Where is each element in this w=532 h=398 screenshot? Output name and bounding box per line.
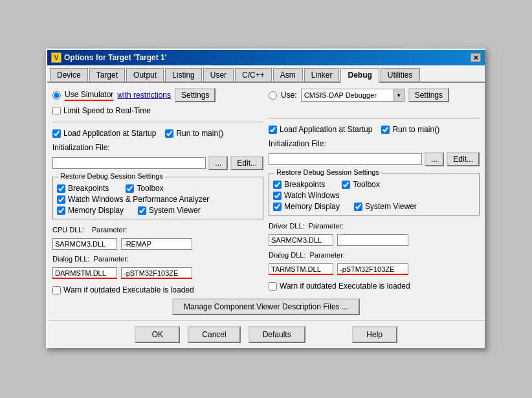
left-dialog-param-input[interactable] bbox=[121, 267, 192, 279]
right-memory-display-label: Memory Display bbox=[284, 202, 340, 211]
close-button[interactable]: ✕ bbox=[471, 53, 481, 62]
right-restore-group-title: Restore Debug Session Settings bbox=[274, 168, 381, 176]
right-dialog-param-label: Parameter: bbox=[309, 251, 345, 259]
left-edit-button[interactable]: Edit... bbox=[230, 156, 263, 170]
left-dialog-dll-input[interactable] bbox=[52, 267, 117, 279]
right-memory-system-row: Memory Display System Viewer bbox=[273, 202, 475, 211]
title-bar-left: V Options for Target 'Target 1' bbox=[51, 52, 167, 63]
right-init-file-label: Initialization File: bbox=[269, 139, 326, 148]
left-cpu-dll-label: CPU DLL: bbox=[52, 226, 88, 234]
right-column: Use: CMSIS-DAP Debugger ▼ Settings Load … bbox=[269, 88, 480, 294]
debugger-combobox[interactable]: CMSIS-DAP Debugger ▼ bbox=[301, 89, 405, 102]
tab-asm[interactable]: Asm bbox=[273, 68, 303, 82]
tab-cpp[interactable]: C/C++ bbox=[235, 68, 272, 82]
left-system-viewer-checkbox[interactable] bbox=[138, 206, 146, 215]
left-warn-row: Warn if outdated Executable is loaded bbox=[52, 285, 263, 294]
with-restrictions-link[interactable]: with restrictions bbox=[117, 91, 171, 100]
right-dialog-dll-label-row: Dialog DLL: Parameter: bbox=[269, 251, 480, 259]
left-breakpoints-label: Breakpoints bbox=[68, 184, 109, 193]
right-watch-windows-row: Watch Windows bbox=[273, 191, 475, 200]
tab-target[interactable]: Target bbox=[89, 68, 125, 82]
tab-utilities[interactable]: Utilities bbox=[381, 68, 420, 82]
debugger-dropdown-arrow[interactable]: ▼ bbox=[393, 89, 404, 101]
right-run-to-main-row: Run to main() bbox=[381, 125, 439, 134]
manage-component-button[interactable]: Manage Component Viewer Description File… bbox=[172, 298, 360, 315]
left-init-file-row: ... Edit... bbox=[52, 156, 263, 170]
right-breakpoints-toolbox-row: Breakpoints Toolbox bbox=[273, 180, 475, 189]
right-restore-inner: Breakpoints Toolbox Watch Windows bbox=[273, 180, 475, 211]
left-run-to-main-checkbox[interactable] bbox=[165, 129, 173, 138]
dialog-icon: V bbox=[51, 52, 61, 63]
right-dialog-dll-values-row bbox=[269, 263, 480, 275]
left-memory-display-checkbox[interactable] bbox=[57, 206, 65, 215]
right-load-app-checkbox[interactable] bbox=[269, 126, 277, 134]
ok-button[interactable]: OK bbox=[135, 326, 180, 343]
right-driver-param-input[interactable] bbox=[337, 234, 408, 246]
right-init-file-input[interactable] bbox=[269, 153, 422, 165]
left-toolbox-checkbox[interactable] bbox=[126, 184, 134, 193]
right-watch-windows-label: Watch Windows bbox=[284, 191, 340, 200]
left-cpu-dll-input[interactable] bbox=[52, 238, 117, 250]
left-watch-windows-checkbox[interactable] bbox=[57, 195, 65, 204]
left-dialog-param-label: Parameter: bbox=[93, 255, 129, 263]
right-system-viewer-checkbox[interactable] bbox=[354, 203, 362, 211]
tab-listing[interactable]: Listing bbox=[165, 68, 202, 82]
tabs-bar: Device Target Output Listing User C/C++ … bbox=[47, 65, 485, 83]
right-toolbox-label: Toolbox bbox=[353, 180, 379, 189]
limit-speed-label: Limit Speed to Real-Time bbox=[63, 106, 151, 115]
right-watch-windows-checkbox[interactable] bbox=[273, 192, 282, 200]
right-load-app-checkbox-row: Load Application at Startup bbox=[269, 125, 372, 134]
left-dialog-dll-label-row: Dialog DLL: Parameter: bbox=[52, 255, 263, 263]
left-browse-button[interactable]: ... bbox=[208, 156, 228, 170]
right-load-app-row: Load Application at Startup Run to main(… bbox=[269, 125, 480, 134]
right-browse-button[interactable]: ... bbox=[425, 152, 444, 166]
tab-device[interactable]: Device bbox=[50, 68, 88, 82]
left-warn-label: Warn if outdated Executable is loaded bbox=[63, 285, 194, 294]
right-breakpoints-checkbox[interactable] bbox=[273, 181, 282, 189]
right-edit-button[interactable]: Edit... bbox=[447, 152, 480, 166]
left-watch-windows-row: Watch Windows & Performance Analyzer bbox=[57, 195, 259, 204]
defaults-button[interactable]: Defaults bbox=[249, 326, 305, 343]
use-debugger-radio[interactable] bbox=[269, 91, 277, 100]
left-load-app-checkbox[interactable] bbox=[52, 129, 61, 138]
help-button[interactable]: Help bbox=[352, 326, 397, 343]
left-init-file-label-row: Initialization File: bbox=[52, 143, 263, 152]
left-dialog-dll-label: Dialog DLL: bbox=[52, 255, 89, 263]
right-run-to-main-checkbox[interactable] bbox=[381, 126, 390, 134]
title-bar: V Options for Target 'Target 1' ✕ bbox=[47, 50, 485, 65]
left-breakpoints-checkbox[interactable] bbox=[57, 184, 65, 193]
left-cpu-dll-row: CPU DLL: Parameter: bbox=[52, 226, 263, 234]
right-init-file-row: ... Edit... bbox=[269, 152, 480, 166]
left-run-to-main-row: Run to main() bbox=[165, 129, 223, 138]
left-warn-checkbox[interactable] bbox=[52, 286, 61, 294]
left-memory-system-row: Memory Display System Viewer bbox=[57, 206, 259, 215]
tab-user[interactable]: User bbox=[203, 68, 234, 82]
bottom-buttons: OK Cancel Defaults Help bbox=[47, 320, 485, 348]
right-toolbox-row: Toolbox bbox=[342, 180, 379, 189]
left-settings-button[interactable]: Settings bbox=[175, 88, 216, 102]
left-cpu-param-input[interactable] bbox=[121, 238, 192, 250]
cancel-button[interactable]: Cancel bbox=[188, 326, 240, 343]
right-toolbox-checkbox[interactable] bbox=[342, 181, 350, 189]
use-simulator-radio[interactable] bbox=[52, 91, 61, 100]
debugger-value: CMSIS-DAP Debugger bbox=[302, 90, 393, 100]
main-content: Use Simulator with restrictions Settings… bbox=[47, 83, 485, 320]
left-load-app-checkbox-row: Load Application at Startup bbox=[52, 129, 156, 138]
right-memory-display-row: Memory Display bbox=[273, 202, 340, 211]
left-toolbox-label: Toolbox bbox=[137, 184, 163, 193]
tab-linker[interactable]: Linker bbox=[304, 68, 340, 82]
right-warn-checkbox[interactable] bbox=[269, 282, 277, 291]
left-system-viewer-label: System Viewer bbox=[149, 206, 201, 215]
right-restore-group: Restore Debug Session Settings Breakpoin… bbox=[269, 173, 480, 216]
right-dialog-dll-input[interactable] bbox=[269, 263, 333, 275]
right-settings-button[interactable]: Settings bbox=[408, 88, 449, 102]
right-driver-dll-input[interactable] bbox=[269, 234, 333, 246]
tab-output[interactable]: Output bbox=[126, 68, 164, 82]
limit-speed-checkbox[interactable] bbox=[52, 107, 61, 115]
tab-debug[interactable]: Debug bbox=[340, 68, 379, 83]
left-toolbox-row: Toolbox bbox=[126, 184, 163, 193]
left-load-app-row: Load Application at Startup Run to main(… bbox=[52, 129, 263, 138]
left-init-file-input[interactable] bbox=[52, 157, 206, 169]
right-dialog-param-input[interactable] bbox=[337, 263, 408, 275]
right-memory-display-checkbox[interactable] bbox=[273, 203, 282, 211]
